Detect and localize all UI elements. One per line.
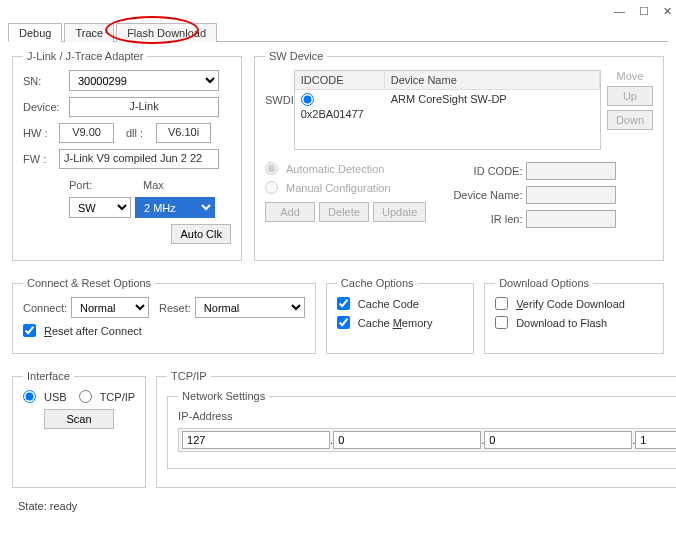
col-idcode: IDCODE [295, 71, 385, 89]
down-button[interactable]: Down [607, 110, 653, 130]
devname-field-label: Device Name: [446, 189, 522, 201]
state-label: State: [18, 500, 47, 512]
tcpip-radio[interactable] [79, 390, 92, 403]
idcode-field[interactable] [526, 162, 616, 180]
devname-value: ARM CoreSight SW-DP [385, 90, 600, 123]
cache-code-label: Cache Code [358, 298, 419, 310]
download-options-group: Download Options Verify Code Download Do… [484, 277, 664, 354]
maximize-icon[interactable]: ☐ [639, 5, 649, 18]
hw-label: HW : [23, 127, 55, 139]
auto-detection-label: Automatic Detection [286, 163, 384, 175]
cache-memory-checkbox[interactable] [337, 316, 350, 329]
connect-select[interactable]: Normal [71, 297, 149, 318]
tab-debug[interactable]: Debug [8, 23, 62, 42]
cache-code-checkbox[interactable] [337, 297, 350, 310]
idcode-field-label: ID CODE: [446, 165, 522, 177]
reset-after-connect-label: Reset after Connect [44, 325, 142, 337]
table-row[interactable]: 0x2BA01477 ARM CoreSight SW-DP [295, 90, 600, 123]
move-label: Move [607, 70, 653, 82]
reset-after-connect-checkbox[interactable] [23, 324, 36, 337]
tab-flash-download[interactable]: Flash Download [116, 23, 217, 42]
dll-label: dll : [126, 127, 152, 139]
sw-legend: SW Device [265, 50, 327, 62]
device-row-radio[interactable] [301, 93, 314, 106]
jlink-legend: J-Link / J-Trace Adapter [23, 50, 147, 62]
usb-radio[interactable] [23, 390, 36, 403]
delete-button[interactable]: Delete [319, 202, 369, 222]
tab-bar: Debug Trace Flash Download [8, 22, 668, 42]
usb-label: USB [44, 391, 67, 403]
auto-detection-radio[interactable] [265, 162, 278, 175]
add-button[interactable]: Add [265, 202, 315, 222]
auto-clk-button[interactable]: Auto Clk [171, 224, 231, 244]
connect-reset-group: Connect & Reset Options Connect: Normal … [12, 277, 316, 354]
verify-code-checkbox[interactable] [495, 297, 508, 310]
cache-options-group: Cache Options Cache Code Cache Memory [326, 277, 474, 354]
port-label: Port: [69, 179, 139, 191]
network-settings-group: Network Settings IP-Address Port (Auto: … [167, 390, 676, 469]
sw-device-group: SW Device SWDI IDCODE Device Name 0x2BA0… [254, 50, 664, 261]
status-line: State: ready [12, 500, 664, 512]
tcpip-label: TCP/IP [100, 391, 135, 403]
device-label: Device: [23, 101, 65, 113]
dll-value: V6.10i [156, 123, 211, 143]
manual-config-label: Manual Configuration [286, 182, 391, 194]
connect-legend: Connect & Reset Options [23, 277, 155, 289]
tcpip-legend: TCP/IP [167, 370, 210, 382]
cache-legend: Cache Options [337, 277, 418, 289]
fw-value: J-Link V9 compiled Jun 2 22 [59, 149, 219, 169]
scan-button[interactable]: Scan [44, 409, 114, 429]
idcode-value: 0x2BA01477 [301, 108, 364, 120]
ip-octet-4[interactable] [635, 431, 676, 449]
jlink-adapter-group: J-Link / J-Trace Adapter SN: 30000299 De… [12, 50, 242, 261]
connect-label: Connect: [23, 302, 67, 314]
ip-address-label: IP-Address [178, 410, 238, 422]
irlen-field[interactable] [526, 210, 616, 228]
device-table: IDCODE Device Name 0x2BA01477 ARM CoreSi… [294, 70, 601, 150]
ip-octet-3[interactable] [484, 431, 632, 449]
reset-label: Reset: [159, 302, 191, 314]
download-legend: Download Options [495, 277, 593, 289]
close-icon[interactable]: ✕ [663, 5, 672, 18]
col-devname: Device Name [385, 71, 600, 89]
update-button[interactable]: Update [373, 202, 426, 222]
max-clock-select[interactable]: 2 MHz [135, 197, 215, 218]
ip-address-field[interactable]: . . . [178, 428, 676, 452]
download-to-flash-label: Download to Flash [516, 317, 607, 329]
max-label: Max [143, 179, 164, 191]
reset-select[interactable]: Normal [195, 297, 305, 318]
ip-octet-1[interactable] [182, 431, 330, 449]
up-button[interactable]: Up [607, 86, 653, 106]
sn-select[interactable]: 30000299 [69, 70, 219, 91]
sn-label: SN: [23, 75, 65, 87]
swdio-label: SWDI [265, 70, 294, 158]
fw-label: FW : [23, 153, 55, 165]
network-settings-legend: Network Settings [178, 390, 269, 402]
devname-field[interactable] [526, 186, 616, 204]
irlen-field-label: IR len: [446, 213, 522, 225]
titlebar: — ☐ ✕ [0, 0, 676, 22]
state-value: ready [50, 500, 78, 512]
device-value: J-Link [69, 97, 219, 117]
minimize-icon[interactable]: — [614, 5, 625, 17]
hw-value: V9.00 [59, 123, 114, 143]
tcpip-group: TCP/IP Network Settings IP-Address Port … [156, 370, 676, 488]
tab-trace[interactable]: Trace [64, 23, 114, 42]
verify-code-label: Verify Code Download [516, 298, 625, 310]
cache-memory-label: Cache Memory [358, 317, 433, 329]
interface-group: Interface USB TCP/IP Scan [12, 370, 146, 488]
download-to-flash-checkbox[interactable] [495, 316, 508, 329]
port-select[interactable]: SW [69, 197, 131, 218]
ip-octet-2[interactable] [333, 431, 481, 449]
manual-config-radio[interactable] [265, 181, 278, 194]
interface-legend: Interface [23, 370, 74, 382]
